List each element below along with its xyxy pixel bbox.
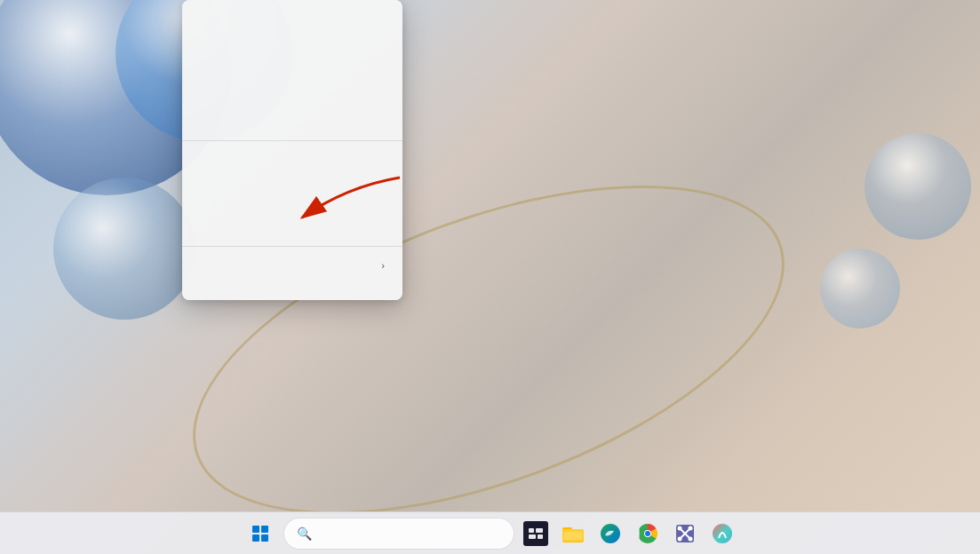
desktop [0, 0, 980, 554]
menu-item-disk-management[interactable] [182, 59, 402, 78]
svg-point-19 [677, 536, 681, 541]
svg-point-17 [677, 526, 681, 530]
bubble-decoration [53, 178, 195, 320]
taskbar-center: 🔍 [243, 516, 738, 551]
bubble-decoration [864, 133, 971, 240]
menu-item-network-connections[interactable] [182, 39, 402, 59]
taskbar: 🔍 [0, 511, 980, 554]
menu-item-terminal-admin[interactable] [182, 117, 402, 137]
menu-separator [182, 246, 402, 247]
svg-point-20 [688, 536, 692, 541]
arc-taskbar-icon[interactable] [706, 518, 738, 550]
menu-item-terminal[interactable] [182, 98, 402, 117]
menu-item-search[interactable] [182, 203, 402, 223]
chrome-taskbar-icon[interactable] [632, 518, 664, 550]
svg-rect-4 [538, 534, 543, 539]
menu-item-settings[interactable] [182, 164, 402, 184]
svg-point-18 [688, 526, 692, 530]
taskbar-search-bar[interactable]: 🔍 [283, 518, 514, 550]
menu-item-device-manager[interactable] [182, 20, 402, 39]
bubble-decoration [820, 249, 900, 328]
svg-point-13 [645, 531, 650, 536]
edge-taskbar-icon[interactable] [594, 518, 626, 550]
file-explorer-taskbar-icon[interactable] [557, 518, 589, 550]
windows-logo-icon [252, 526, 268, 542]
menu-item-system[interactable] [182, 0, 402, 20]
menu-item-shut-down[interactable]: › [182, 250, 402, 281]
svg-rect-8 [564, 532, 582, 540]
context-menu: › [182, 0, 402, 300]
task-view-icon [523, 521, 548, 546]
start-button[interactable] [243, 516, 278, 551]
snip-tool-taskbar-icon[interactable] [669, 518, 701, 550]
menu-item-computer-management[interactable] [182, 78, 402, 98]
menu-item-run[interactable] [182, 223, 402, 242]
menu-item-task-manager[interactable] [182, 145, 402, 164]
chevron-right-icon: › [381, 260, 385, 271]
search-icon: 🔍 [297, 526, 312, 541]
svg-rect-2 [536, 528, 543, 533]
menu-item-desktop[interactable] [182, 281, 402, 300]
menu-separator [182, 140, 402, 141]
menu-item-file-explorer[interactable] [182, 184, 402, 203]
svg-rect-3 [529, 534, 536, 539]
svg-rect-1 [529, 528, 534, 533]
task-view-button[interactable] [520, 518, 552, 550]
